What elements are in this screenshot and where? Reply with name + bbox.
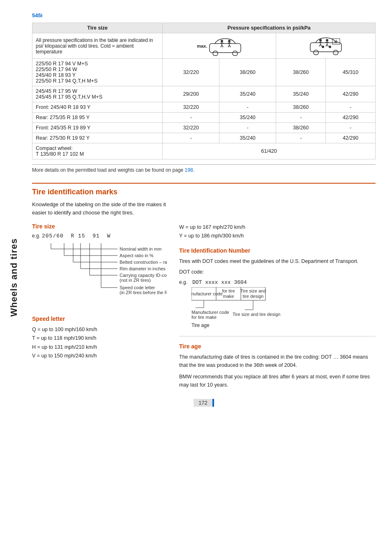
more-details-link[interactable]: 198 bbox=[185, 167, 193, 173]
pressure-c1: 32/220 bbox=[163, 102, 219, 113]
tire-size-cell: Front: 245/35 R 19 89 Y bbox=[32, 123, 163, 133]
tire-size-cell: 225/50 R 17 94 V M+S 225/50 R 17 94 W 24… bbox=[32, 59, 163, 86]
speed-item-right: W = up to 167 mph/270 km/h bbox=[179, 223, 376, 232]
tire-size-cell: Rear: 275/30 R 19 92 Y bbox=[32, 133, 163, 143]
tire-size-cell: Rear: 275/35 R 18 95 Y bbox=[32, 113, 163, 123]
svg-line-21 bbox=[319, 44, 321, 46]
svg-text:Carrying capacity ID-code: Carrying capacity ID-code bbox=[120, 273, 167, 278]
tire-size-subtitle: Tire size bbox=[32, 223, 167, 230]
model-title: 545i bbox=[32, 12, 376, 18]
col-right: W = up to 167 mph/270 km/hY = up to 186 … bbox=[179, 223, 376, 389]
pressure-c2: - bbox=[219, 102, 276, 113]
speed-item: Q = up to 100 mph/160 km/h bbox=[32, 325, 167, 334]
col-tire-size-header: Tire size bbox=[32, 23, 163, 33]
table-row: Rear: 275/30 R 19 92 Y-35/240-42/290 bbox=[32, 133, 376, 143]
pressure-c2: 35/240 bbox=[219, 133, 276, 143]
pressure-c1: - bbox=[163, 133, 219, 143]
speed-subtitle: Speed letter bbox=[32, 315, 167, 322]
sidebar-label: Wheels and tires bbox=[9, 238, 19, 317]
tire-age-dot-label: Tire age bbox=[191, 322, 376, 329]
pressure-c2: 35/240 bbox=[219, 86, 276, 102]
pressure-c1: 32/220 bbox=[163, 123, 219, 133]
tin-subtitle: Tire Identification Number bbox=[179, 247, 376, 254]
car-icon-all bbox=[309, 35, 342, 55]
svg-text:make: make bbox=[223, 294, 234, 299]
svg-text:Speed code letter: Speed code letter bbox=[120, 285, 155, 290]
svg-text:Aspect ratio in %: Aspect ratio in % bbox=[120, 253, 154, 258]
pressure-c2: 35/240 bbox=[219, 113, 276, 123]
table-row: Front: 245/35 R 19 89 Y32/220-38/260- bbox=[32, 123, 376, 133]
table-row: Front: 245/40 R 18 93 Y32/220-38/260- bbox=[32, 102, 376, 113]
pressure-c3: 35/240 bbox=[276, 86, 326, 102]
speed-list-right: W = up to 167 mph/270 km/hY = up to 186 … bbox=[179, 223, 376, 241]
speed-item: V = up to 150 mph/240 km/h bbox=[32, 352, 167, 360]
svg-text:for tire: for tire bbox=[222, 288, 235, 293]
two-col-layout: Tire size e.g. 205/60 R 15 91 W Nominal … bbox=[32, 223, 376, 389]
svg-text:Nominal width in mm: Nominal width in mm bbox=[120, 246, 161, 251]
main-content: 545i Tire size Pressure specifications i… bbox=[28, 0, 392, 555]
tire-age-subtitle: Tire age bbox=[179, 343, 376, 350]
pressure-c3: 38/260 bbox=[276, 59, 326, 86]
svg-text:Manufacturer code: Manufacturer code bbox=[191, 310, 229, 315]
pressure-c2: 38/260 bbox=[219, 59, 276, 86]
max-label: max. bbox=[197, 44, 207, 48]
svg-text:Tire size and: Tire size and bbox=[240, 288, 266, 293]
dot-code: DOT xxxx xxx 3604 bbox=[192, 279, 247, 286]
pressure-c2: - bbox=[219, 123, 276, 133]
icon-col-front: max. bbox=[163, 33, 276, 59]
table-row: 225/50 R 17 94 V M+S 225/50 R 17 94 W 24… bbox=[32, 59, 376, 86]
svg-text:Manufacturer code: Manufacturer code bbox=[191, 291, 223, 296]
pressure-c1: - bbox=[163, 113, 219, 123]
speed-list: Q = up to 100 mph/160 km/hT = up to 118 … bbox=[32, 325, 167, 360]
svg-line-11 bbox=[228, 45, 229, 47]
pressure-c1: 29/200 bbox=[163, 86, 219, 102]
tire-size-cell: 245/45 R 17 95 W 245/45 R 17 95 Q,T,H,V … bbox=[32, 86, 163, 102]
dot-label: DOT code: bbox=[179, 268, 376, 276]
svg-text:(not in ZR tires): (not in ZR tires) bbox=[120, 278, 151, 283]
svg-point-8 bbox=[228, 40, 231, 42]
svg-line-7 bbox=[222, 45, 223, 47]
tire-size-diagram: e.g. 205/60 R 15 91 W Nominal width in m… bbox=[32, 233, 167, 307]
svg-point-29 bbox=[329, 46, 331, 48]
pressure-c1: 32/220 bbox=[163, 59, 219, 86]
svg-line-6 bbox=[221, 45, 222, 47]
tire-age-text1: The manufacturing date of tires is conta… bbox=[179, 353, 376, 369]
svg-line-27 bbox=[327, 44, 328, 46]
dot-diagram: e.g. DOT xxxx xxx 3604 Manufacturer code… bbox=[179, 279, 376, 329]
svg-line-26 bbox=[326, 44, 327, 46]
pressure-c3: - bbox=[276, 133, 326, 143]
svg-text:(in ZR tires before the R): (in ZR tires before the R) bbox=[120, 290, 167, 295]
icon-col-all bbox=[276, 33, 376, 59]
sidebar: Wheels and tires bbox=[0, 0, 28, 555]
svg-line-12 bbox=[229, 45, 231, 47]
table-row: Rear: 275/35 R 18 95 Y-35/240-42/290 bbox=[32, 113, 376, 123]
col-left: Tire size e.g. 205/60 R 15 91 W Nominal … bbox=[32, 223, 167, 389]
compact-pressure: 61/420 bbox=[163, 143, 376, 159]
col-pressure-header: Pressure specifications in psi/kPa bbox=[163, 23, 376, 33]
tin-intro: Tires with DOT codes meet the guidelines… bbox=[179, 257, 376, 265]
svg-text:for tire make: for tire make bbox=[191, 315, 217, 320]
svg-text:Tire size and tire design: Tire size and tire design bbox=[233, 312, 280, 317]
page-number: 172 bbox=[194, 399, 214, 407]
compact-tire-size: Compact wheel: T 135/80 R 17 102 M bbox=[32, 143, 163, 159]
dot-svg: Manufacturer code for tire make Tire siz… bbox=[191, 287, 298, 320]
pressure-note: All pressure specifications in the table… bbox=[32, 33, 163, 59]
svg-point-3 bbox=[221, 40, 223, 42]
tire-marks-title: Tire identification marks bbox=[32, 183, 376, 196]
pressure-c4: 42/290 bbox=[326, 133, 376, 143]
svg-text:tire design: tire design bbox=[243, 294, 264, 299]
tire-example-label: e.g. bbox=[32, 233, 40, 239]
pressure-c3: 38/260 bbox=[276, 123, 326, 133]
tire-size-svg: Nominal width in mm Aspect ratio in % Be… bbox=[44, 242, 167, 307]
svg-text:Rim diameter in inches: Rim diameter in inches bbox=[120, 266, 166, 271]
tire-code: 205/60 R 15 91 W bbox=[42, 233, 111, 239]
svg-point-18 bbox=[319, 39, 322, 41]
tire-size-cell: Front: 245/40 R 18 93 Y bbox=[32, 102, 163, 113]
svg-point-23 bbox=[326, 39, 328, 41]
pressure-c4: 42/290 bbox=[326, 86, 376, 102]
tire-age-text2: BMW recommends that you replace all tire… bbox=[179, 373, 376, 389]
pressure-c3: - bbox=[276, 113, 326, 123]
car-icon-front bbox=[209, 36, 242, 56]
pressure-table: Tire size Pressure specifications in psi… bbox=[32, 23, 376, 159]
pressure-c3: 38/260 bbox=[276, 102, 326, 113]
